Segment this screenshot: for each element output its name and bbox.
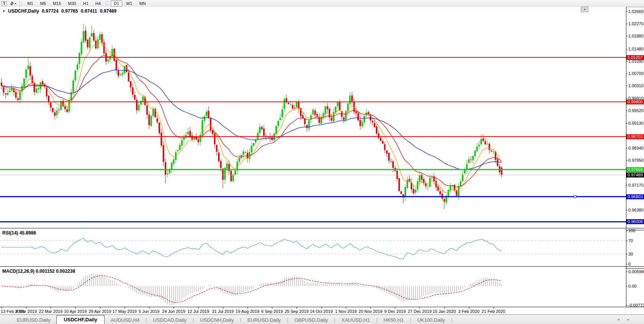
candle-body xyxy=(220,161,221,168)
candle-body xyxy=(179,145,180,150)
date-axis[interactable]: 13 Feb 20194 Mar 201922 Mar 201910 Apr 2… xyxy=(0,307,644,314)
date-label: 12 Jul 2019 xyxy=(187,309,209,314)
candle-body xyxy=(439,191,441,194)
price-tick xyxy=(626,36,628,36)
candle-body xyxy=(9,91,10,92)
timeframe-button-m30[interactable]: M30 xyxy=(65,0,79,7)
tab-hk50-h1-8[interactable]: HK50,H1 xyxy=(377,316,410,324)
main-chart-canvas[interactable] xyxy=(0,7,626,228)
candle-body xyxy=(478,145,480,146)
candle-body xyxy=(362,122,363,126)
candle-body xyxy=(413,189,414,194)
candle-body xyxy=(120,74,121,75)
mt4-chart-window: T ⇅ ▾ M1M5M15M30H1H4D1W1MN ▼ USDCHF,Dail… xyxy=(0,0,644,324)
candle-body xyxy=(253,143,254,146)
candles xyxy=(1,24,502,209)
candle-body xyxy=(327,106,328,109)
tab-gbpusd-daily-6[interactable]: GBPUSD,Daily xyxy=(288,316,334,324)
timeframe-button-m1[interactable]: M1 xyxy=(24,0,36,7)
hline-handle[interactable] xyxy=(574,195,576,198)
candle-body xyxy=(214,134,215,144)
macd-tick xyxy=(626,305,628,306)
date-tick xyxy=(247,307,248,309)
rsi-panel xyxy=(0,230,626,266)
tab-eurusd-daily-5[interactable]: EURUSD,Daily xyxy=(241,316,287,324)
timeframe-button-d1[interactable]: D1 xyxy=(111,0,122,7)
timeframe-button-mn[interactable]: MN xyxy=(136,0,149,7)
candle-body xyxy=(257,133,259,139)
price-tick xyxy=(626,86,628,86)
price-badge-0.98703: 0.98703 xyxy=(626,134,644,139)
candle-body xyxy=(85,31,86,41)
candle-body xyxy=(480,139,482,144)
date-label: 20 Nov 2019 xyxy=(359,309,382,314)
timeframe-button-h4[interactable]: H4 xyxy=(92,0,104,7)
tab-usdchf-daily-1[interactable]: USDCHF,Daily xyxy=(56,315,104,324)
candle-body xyxy=(36,89,37,93)
toolbar: T ⇅ ▾ M1M5M15M30H1H4D1W1MN xyxy=(0,0,644,7)
tab-uk100-daily-9[interactable]: UK100,Daily xyxy=(411,316,451,324)
candle-body xyxy=(462,174,464,181)
timeframe-button-w1[interactable]: W1 xyxy=(123,0,136,7)
cursor-mode-button[interactable]: ⇅ ▾ xyxy=(8,0,18,7)
candle-body xyxy=(312,110,314,115)
candle-body xyxy=(292,105,293,109)
date-label: 19 Aug 2019 xyxy=(236,309,259,314)
timeframe-button-h1[interactable]: H1 xyxy=(80,0,92,7)
tab-usdcnh-daily-4[interactable]: USDCNH,Daily xyxy=(194,316,240,324)
tab-scroll-right-button[interactable]: ▸ xyxy=(628,317,629,321)
rsi-tick xyxy=(626,254,628,254)
tab-eurusd-daily-0[interactable]: EURUSD,Daily xyxy=(11,316,56,324)
collapse-triangle-icon[interactable]: ▼ xyxy=(2,10,5,13)
candle-body xyxy=(280,118,281,120)
candle-body xyxy=(226,163,228,169)
candle-body xyxy=(380,138,382,141)
macd-tick-label: 0.00 xyxy=(628,284,636,288)
date-tick xyxy=(493,307,494,309)
candle-body xyxy=(497,159,498,166)
timeframe-button-m5[interactable]: M5 xyxy=(37,0,49,7)
candle-body xyxy=(247,153,248,158)
candle-body xyxy=(359,120,361,126)
main-chart-panel xyxy=(0,7,626,228)
price-tick-label: 0.98340 xyxy=(628,146,644,150)
price-tick xyxy=(626,11,628,12)
candle-body xyxy=(427,186,429,187)
candle-body xyxy=(1,83,2,86)
rsi-line xyxy=(2,238,501,259)
candle-body xyxy=(83,31,84,42)
candle-body xyxy=(116,60,117,70)
date-label: 6 Sep 2019 xyxy=(261,309,283,314)
candle-body xyxy=(210,118,211,130)
macd-signal-line xyxy=(2,275,501,303)
scroll-up-icon[interactable]: ▲ xyxy=(581,7,588,12)
tab-scroll-left-button[interactable]: ◂ xyxy=(618,317,619,321)
timeframe-button-m15[interactable]: M15 xyxy=(50,0,64,7)
date-label: 27 Dec 2019 xyxy=(408,309,431,314)
candle-body xyxy=(485,141,486,144)
candle-body xyxy=(245,152,246,153)
candle-body xyxy=(384,144,385,150)
date-label: 9 Dec 2019 xyxy=(384,309,406,314)
price-tick xyxy=(626,98,628,99)
price-tick-label: 0.99520 xyxy=(628,108,644,113)
macd-canvas[interactable] xyxy=(0,268,626,307)
tab-usdcad-daily-3[interactable]: USDCAD,Daily xyxy=(147,316,192,324)
price-tick xyxy=(626,210,628,210)
tab-xauusd-h1-7[interactable]: XAUUSD,H1 xyxy=(335,316,376,324)
rsi-label: RSI(14) 45.8986 xyxy=(2,230,36,236)
date-tick xyxy=(75,307,76,309)
candle-body xyxy=(87,40,88,47)
date-label: 29 Apr 2019 xyxy=(88,309,111,314)
candle-body xyxy=(161,133,162,146)
rsi-canvas[interactable] xyxy=(0,230,626,266)
candle-body xyxy=(415,190,416,192)
candle-body xyxy=(175,152,177,160)
tab-audusd-h4-2[interactable]: AUDUSD,H4 xyxy=(105,316,146,324)
text-tool-button[interactable]: T xyxy=(0,0,8,7)
candle-body xyxy=(450,186,451,191)
candle-body xyxy=(425,183,426,186)
candle-body xyxy=(40,82,41,89)
candle-body xyxy=(294,108,295,108)
date-tick xyxy=(420,307,420,309)
